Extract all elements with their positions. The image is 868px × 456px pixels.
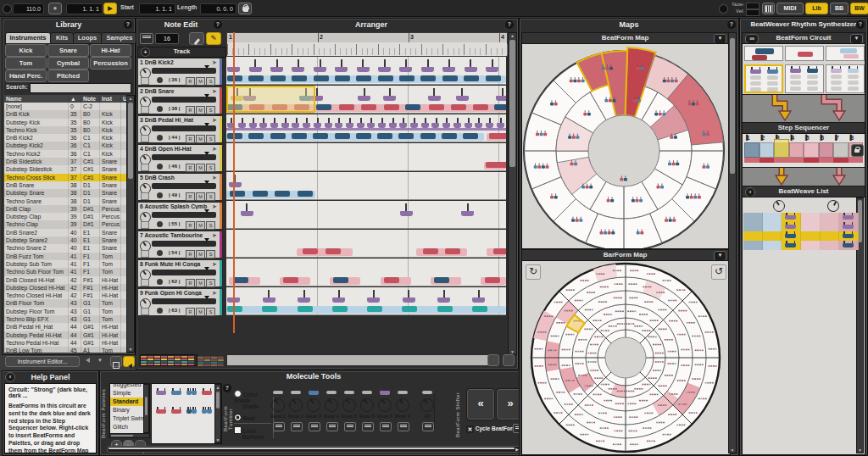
library-row[interactable]: DnB Kick236C1Kick (4, 134, 126, 142)
weave-cell[interactable] (821, 241, 840, 250)
track-mute-dot[interactable] (157, 106, 163, 112)
view-button-bw[interactable]: BW (850, 3, 868, 14)
category-snare[interactable]: Snare (47, 44, 89, 57)
circuit-beatform[interactable] (848, 69, 859, 73)
m-button[interactable]: M (196, 250, 205, 259)
position-field[interactable]: 1. 1. 1 (66, 3, 103, 14)
weave-cell[interactable] (839, 241, 859, 250)
palette-beatform[interactable] (207, 409, 212, 414)
circuit-source-3[interactable] (826, 46, 865, 61)
loop-lock-button[interactable] (238, 3, 252, 14)
knob-menu-button[interactable] (309, 422, 320, 431)
knob-menu-button[interactable] (398, 422, 409, 431)
preview-speaker-button[interactable] (123, 356, 135, 367)
view-button-midi[interactable]: MIDI (776, 3, 804, 14)
weave-cell[interactable] (801, 222, 821, 231)
track-strip-4[interactable]: 4 DnB Open Hi-Hat➤| 46 |RMS (137, 144, 223, 172)
knob-menu-button[interactable] (344, 422, 356, 431)
barform-map-header[interactable]: BarForm Map▼ (521, 249, 729, 261)
r-button[interactable]: R (186, 279, 195, 287)
track-strip-8[interactable]: 8 Funk Mute Hi Conga➤| 62 |RMS (137, 259, 223, 287)
scroll-up-icon[interactable]: ▲ (127, 96, 134, 101)
weave-cell[interactable] (821, 213, 840, 222)
help-icon[interactable]: ? (124, 20, 132, 29)
library-row[interactable]: Techno Clap39D#1Percus... (4, 220, 126, 228)
weave-knob-1[interactable] (773, 200, 785, 212)
tempo-field[interactable]: 110.0 (13, 3, 44, 14)
weave-cell[interactable] (743, 222, 763, 231)
track-led[interactable] (141, 106, 149, 114)
step-7[interactable] (833, 142, 849, 158)
s-button[interactable]: S (206, 164, 215, 172)
knob-beatform[interactable] (309, 391, 319, 395)
library-row[interactable]: DnB Closed Hi-Hat42F#1Hi-Hat (4, 276, 126, 284)
palette-beatform[interactable] (156, 409, 166, 414)
note-value-field[interactable] (746, 3, 760, 9)
library-row[interactable]: DnB Fuzz Tom41F1Tom (4, 253, 126, 260)
palette-beatform[interactable] (171, 409, 181, 414)
pin-icon[interactable]: ➤ (212, 232, 218, 238)
volume-slider[interactable] (152, 154, 216, 160)
track-mute-dot[interactable] (157, 308, 163, 314)
track-strip-7[interactable]: 7 Acoustic Tambourine➤| 54 |RMS (137, 231, 223, 259)
brush-tool-button[interactable] (189, 32, 204, 45)
column-header-1[interactable]: ▲ (69, 95, 81, 103)
arranger-minimap[interactable] (140, 354, 198, 366)
weave-cell[interactable] (763, 213, 782, 222)
barform-map[interactable]: ↻ ↺ (521, 260, 731, 455)
weave-cell[interactable] (763, 222, 782, 231)
pin-icon[interactable]: ➤ (212, 59, 218, 65)
category-percussion[interactable]: Percussion (90, 57, 131, 70)
column-header-3[interactable]: Inst (100, 95, 121, 103)
track-mute-dot[interactable] (157, 77, 163, 83)
library-row[interactable]: DnB Floor Tom43G1Tom (4, 299, 126, 307)
tab-loops[interactable]: Loops (73, 32, 102, 44)
arranger-row[interactable] (226, 57, 506, 85)
volume-slider[interactable] (152, 241, 216, 247)
track-strip-1[interactable]: 1 DnB Kick2➤| 36 |RMS (137, 58, 223, 86)
knob-beat-6[interactable] (360, 398, 374, 412)
lock-barform-checkbox[interactable]: LockBarform (234, 423, 271, 440)
r-button[interactable]: R (186, 250, 195, 259)
s-button[interactable]: S (206, 308, 215, 316)
s-button[interactable]: S (206, 77, 215, 86)
track-mute-dot[interactable] (157, 221, 163, 227)
r-button[interactable]: R (186, 192, 195, 201)
r-button[interactable]: R (186, 135, 195, 143)
view-button-bb[interactable]: BB (830, 3, 849, 14)
master-knob[interactable] (3, 4, 12, 14)
editor-window-button[interactable] (110, 356, 122, 367)
library-row[interactable]: Dubstep Snare38D1Snare (4, 189, 126, 197)
library-row[interactable]: Techno Blip EFX43G1Tom (4, 315, 126, 323)
knob-beat-8[interactable] (396, 398, 409, 412)
library-table-header[interactable]: Name▲NoteInstU (4, 95, 126, 103)
circuit-source-2[interactable] (785, 46, 824, 61)
track-strip-6[interactable]: 6 Acoustic Splash Cymb➤| 55 |RMS (137, 202, 223, 230)
back-icon[interactable]: ‹ (5, 372, 15, 382)
search-input[interactable] (30, 83, 131, 93)
step-6[interactable] (819, 142, 834, 158)
beatform-grid[interactable]: ▲▼ (151, 383, 222, 444)
step-lock-button[interactable] (851, 144, 864, 157)
r-button[interactable]: R (186, 221, 195, 230)
library-row[interactable]: Dubstep Clap39D#1Percus... (4, 213, 126, 220)
library-row[interactable]: DnB Low Tom45A1Tom (4, 347, 126, 353)
library-row[interactable]: Dubstep Pedal Hi-Hat44G#1Hi-Hat (4, 331, 126, 339)
palette-hscroll[interactable] (109, 433, 150, 438)
molecule-hscrollbar[interactable]: ▶ (107, 446, 520, 453)
weave-cell[interactable] (763, 231, 782, 241)
note-edit-help-icon[interactable]: ? (214, 20, 222, 29)
note-edit-menu-button[interactable] (140, 33, 153, 44)
pencil-tool-button[interactable]: ✎ (206, 32, 221, 45)
pin-icon[interactable]: ➤ (212, 261, 218, 267)
pin-icon[interactable]: ➤ (212, 146, 218, 152)
column-header-2[interactable]: Note (81, 95, 100, 103)
library-row[interactable]: Techno Sub Floor Tom41F1Tom (4, 268, 126, 275)
volume-slider[interactable] (152, 298, 216, 304)
circuit-source-1[interactable] (744, 46, 783, 61)
library-row[interactable]: DnB Clap39D#1Percus... (4, 205, 126, 213)
weave-cell[interactable] (801, 213, 821, 222)
library-row[interactable]: Dubstep Snare240E1Snare (4, 236, 126, 244)
zoom-corner-button[interactable] (503, 354, 515, 366)
library-scrollbar[interactable]: ▲ ▼ (126, 95, 135, 353)
